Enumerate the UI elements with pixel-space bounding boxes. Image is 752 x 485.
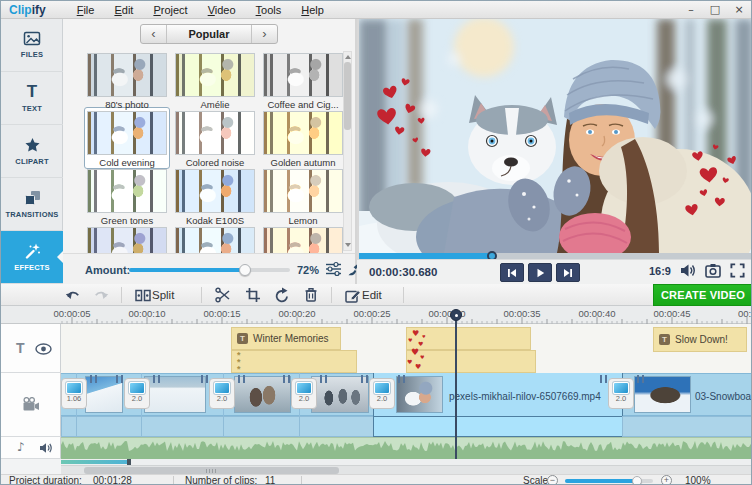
visibility-eye-icon[interactable] [35,343,52,355]
effect-card[interactable]: Golden autumn [263,111,343,168]
effect-card[interactable]: 80's photo [87,53,167,110]
effects-grid: 80's photo Amélie Coffee and Cig... [63,49,345,253]
sidebar: FILES T TEXT CLIPART TRANSITIONS EFFECTS [1,19,63,284]
audio-waveform [61,438,752,460]
effect-name: Colored noise [175,157,255,168]
amount-bar: Amount: 72% [63,253,355,284]
effect-card[interactable]: Colored noise [175,111,255,168]
magic-wand-icon [24,243,41,259]
menu-item[interactable]: File [68,3,104,17]
video-preview [359,19,752,253]
effect-card[interactable]: Cold evening [87,111,167,168]
rotate-icon[interactable] [272,287,292,303]
volume-icon[interactable] [680,263,696,278]
timeline-scrollbar[interactable] [1,465,752,474]
effect-card[interactable]: Amélie [175,53,255,110]
track-headers: T ♪ [1,324,61,474]
split-button[interactable]: Split [152,289,174,301]
edit-button[interactable]: Edit [362,289,382,301]
amount-slider[interactable] [129,268,290,272]
transition-indicator[interactable]: 2.0 [291,378,317,409]
effect-card[interactable] [175,227,255,253]
effect-thumbnail [87,227,167,253]
menu-item[interactable]: Help [292,3,333,17]
zoom-out-button[interactable]: − [547,475,558,485]
menu-item[interactable]: Edit [105,3,142,17]
selected-clip-subrow[interactable] [373,416,623,437]
effects-scrollbar[interactable] [343,51,352,251]
effect-card[interactable] [87,227,167,253]
effect-card[interactable]: Kodak E100S [175,169,255,226]
scroll-up-arrow[interactable] [345,55,351,59]
scale-slider[interactable] [565,479,653,483]
text-clip[interactable]: *** [231,350,357,373]
effect-thumbnail [87,169,167,213]
transition-icon [66,382,82,394]
adjustments-icon[interactable] [325,261,342,277]
effect-card[interactable]: Lemon [263,169,343,226]
playhead-handle[interactable] [450,309,462,321]
title-bar: Clipify FileEditProjectVideoToolsHelp – … [1,1,752,19]
heart-clipart: ♥ [422,335,426,339]
ruler-time-label: 00: [738,308,752,319]
crop-icon[interactable] [243,287,263,303]
category-next-button[interactable]: › [251,25,277,43]
transition-indicator[interactable]: 2.0 [124,378,150,409]
cut-scissors-icon[interactable] [213,287,233,303]
sidebar-tab-clipart[interactable]: CLIPART [1,125,63,178]
split-icon[interactable] [133,287,153,303]
play-button[interactable] [528,263,552,282]
playhead-line[interactable] [455,315,457,459]
edit-pencil-icon[interactable] [343,287,363,303]
mute-speaker-icon[interactable] [39,442,53,454]
transition-indicator[interactable]: 2.0 [209,378,235,409]
toolbar-separator [201,287,202,303]
fullscreen-icon[interactable] [730,263,745,278]
next-frame-button[interactable] [556,263,580,282]
scale-slider-knob[interactable] [632,476,642,485]
redo-button[interactable] [91,287,111,303]
sidebar-tab-effects[interactable]: EFFECTS [1,231,63,284]
aspect-ratio-label: 16:9 [649,265,671,277]
clip-count-value: 11 [265,475,275,485]
create-video-button[interactable]: CREATE VIDEO [653,284,752,306]
effect-card[interactable]: Green tones [87,169,167,226]
transition-indicator[interactable]: 1.06 [61,378,87,409]
menu-item[interactable]: Tools [247,3,291,17]
sidebar-tab-text[interactable]: T TEXT [1,72,63,125]
amount-slider-knob[interactable] [239,264,251,276]
audio-track[interactable] [61,437,752,459]
effect-card[interactable] [263,227,343,253]
effect-card[interactable]: Coffee and Cig... [263,53,343,110]
text-clip[interactable] [406,350,536,373]
close-button[interactable]: × [729,2,749,18]
minimap-range [61,460,129,464]
transition-indicator[interactable]: 2.0 [608,378,634,409]
previous-frame-button[interactable] [500,263,524,282]
ruler-time-label: 00:00:10 [120,308,174,319]
effect-name: Coffee and Cig... [263,99,343,110]
scrollbar-handle[interactable] [344,62,351,130]
text-clip[interactable]: T Slow Down! [653,327,747,352]
menu-item[interactable]: Project [144,3,196,17]
delete-trash-icon[interactable] [301,287,321,303]
maximize-button[interactable]: □ [705,2,725,18]
timeline-ruler[interactable]: 00:00:0500:00:1000:00:1500:00:2000:00:25… [1,306,752,324]
transition-indicator[interactable]: 2.0 [369,378,395,409]
clip-boundary-marker [320,375,327,383]
effects-panel: ‹ Popular › 80's photo Amélie [63,19,357,284]
snapshot-camera-icon[interactable] [705,263,721,278]
sidebar-tab-transitions[interactable]: TRANSITIONS [1,178,63,231]
undo-button[interactable] [63,287,83,303]
zoom-in-button[interactable]: + [661,475,672,485]
scroll-down-arrow[interactable] [345,243,351,247]
category-selector[interactable]: Popular [167,25,251,43]
menu-item[interactable]: Video [199,3,245,17]
category-prev-button[interactable]: ‹ [141,25,167,43]
scrollbar-handle[interactable] [84,467,339,474]
category-bar: ‹ Popular › [63,19,355,49]
text-clip[interactable]: T Winter Memories [231,327,341,350]
minimize-button[interactable]: – [681,2,701,18]
transition-icon [214,382,230,394]
sidebar-tab-files[interactable]: FILES [1,19,63,72]
